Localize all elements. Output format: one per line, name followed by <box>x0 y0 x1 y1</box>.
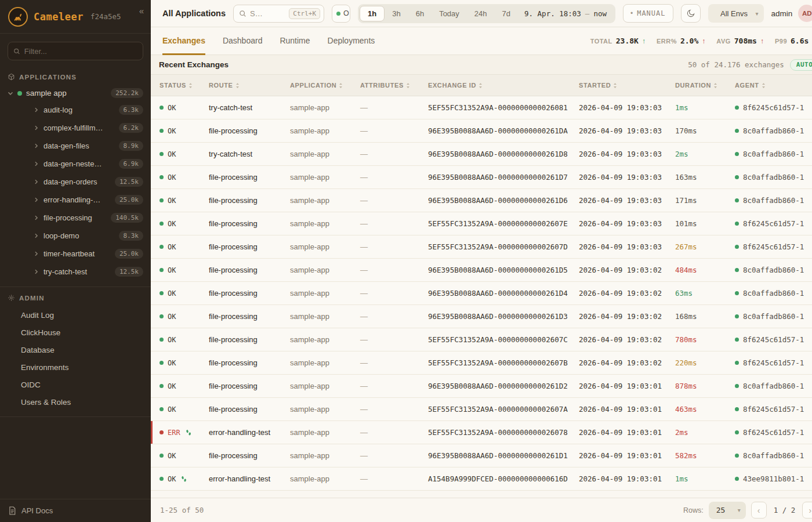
column-header[interactable]: EXCHANGE ID <box>428 82 579 89</box>
table-row[interactable]: OK file-processing sample-app — 96E395B0… <box>151 119 812 143</box>
table-row[interactable]: OK file-processing sample-app — 5EF55FC3… <box>151 351 812 375</box>
chevron-right-icon[interactable] <box>34 233 39 238</box>
sort-icon <box>339 82 343 89</box>
column-header[interactable]: STARTED <box>579 82 675 89</box>
sidebar-route-item[interactable]: loop-demo 8.3k <box>0 227 151 245</box>
global-search[interactable]: S… Ctrl+K <box>233 5 324 23</box>
sidebar-filter[interactable] <box>8 42 143 60</box>
table-row[interactable]: OK error-handling-test sample-app — A154… <box>151 467 812 491</box>
agent-status-dot <box>735 245 739 249</box>
table-row[interactable]: OK file-processing sample-app — 5EF55FC3… <box>151 212 812 235</box>
table-row[interactable]: OK file-processing sample-app — 96E395B0… <box>151 166 812 189</box>
table-row[interactable]: OK file-processing sample-app — 96E395B0… <box>151 259 812 282</box>
admin-menu-item[interactable]: Environments <box>0 358 151 376</box>
time-range-display[interactable]: 9. Apr. 18:03 – now <box>518 9 613 18</box>
sidebar-item-sample-app[interactable]: sample app 252.2k <box>0 85 151 101</box>
application-cell: sample-app <box>290 312 360 321</box>
route-cell: file-processing <box>209 219 290 228</box>
time-range-button[interactable]: 1h <box>360 6 385 21</box>
chevron-right-icon[interactable] <box>34 161 39 166</box>
sidebar-collapse-icon[interactable]: « <box>139 6 144 16</box>
table-row[interactable]: OK file-processing sample-app — 5EF55FC3… <box>151 328 812 351</box>
column-header[interactable]: APPLICATION <box>290 82 360 89</box>
sidebar-route-item[interactable]: audit-log 6.3k <box>0 101 151 119</box>
time-range-button[interactable]: 6h <box>408 6 432 21</box>
table-row[interactable]: OK try-catch-test sample-app — 96E395B00… <box>151 143 812 166</box>
sidebar-route-item[interactable]: data-gen-neste… 6.9k <box>0 155 151 173</box>
avatar[interactable]: AD <box>798 5 812 22</box>
table-row[interactable]: OK file-processing sample-app — 96E395B0… <box>151 375 812 398</box>
filter-input[interactable] <box>24 47 137 56</box>
sidebar-route-item[interactable]: data-gen-files 8.9k <box>0 137 151 155</box>
tab[interactable]: Dashboard <box>223 27 263 55</box>
time-range-button[interactable]: 7d <box>495 6 518 21</box>
attributes-cell: — <box>360 474 428 483</box>
column-header[interactable]: AGENT <box>735 82 812 89</box>
chevron-down-icon[interactable] <box>8 90 13 96</box>
sort-icon <box>235 82 240 89</box>
time-range-button[interactable]: Today <box>432 6 467 21</box>
next-page-button[interactable]: › <box>802 502 812 519</box>
sidebar-route-item[interactable]: file-processing 140.5k <box>0 209 151 227</box>
admin-menu-item[interactable]: ClickHouse <box>0 324 151 341</box>
table-row[interactable]: OK file-processing sample-app — 5EF55FC3… <box>151 398 812 421</box>
time-range-button[interactable]: 24h <box>467 6 495 21</box>
agent-cell: 8c0affadb860-1 <box>735 150 812 158</box>
manual-refresh-button[interactable]: • MANUAL <box>623 4 673 23</box>
status-dot <box>160 129 164 133</box>
sidebar-route-item[interactable]: data-gen-orders 12.5k <box>0 173 151 191</box>
agent-cell: 8c0affadb860-1 <box>735 173 812 182</box>
application-cell: sample-app <box>290 474 360 483</box>
rows-per-page-select[interactable]: 25 ▾ <box>709 502 746 519</box>
attributes-cell: — <box>360 173 428 182</box>
chevron-right-icon[interactable] <box>34 125 39 130</box>
admin-menu-item[interactable]: Database <box>0 341 151 358</box>
status-cell: OK <box>160 150 209 158</box>
environment-select[interactable]: All Envs ▾ <box>708 4 764 23</box>
tab[interactable]: Exchanges <box>162 27 205 55</box>
table-row[interactable]: OK file-processing sample-app — 96E395B0… <box>151 305 812 328</box>
sidebar-route-item[interactable]: error-handling-… 25.0k <box>0 191 151 209</box>
chevron-right-icon[interactable] <box>34 251 39 256</box>
table-row[interactable]: OK file-processing sample-app — 96E395B0… <box>151 444 812 467</box>
chevron-right-icon[interactable] <box>34 179 39 184</box>
table-row[interactable]: OK file-processing sample-app — 96E395B0… <box>151 282 812 305</box>
table-row[interactable]: OK file-processing sample-app — 96E395B0… <box>151 189 812 212</box>
table-row[interactable]: ERR error-handling-test sample-app — 5EF… <box>151 421 812 444</box>
applications-header-label: APPLICATIONS <box>19 74 77 81</box>
tab[interactable]: Runtime <box>280 27 310 55</box>
agent-id-label: 8c0affadb860-1 <box>743 451 804 460</box>
chevron-right-icon[interactable] <box>34 215 39 220</box>
sidebar-route-item[interactable]: timer-heartbeat 25.0k <box>0 245 151 263</box>
tab[interactable]: Deployments <box>328 27 375 55</box>
exchange-id-cell: 96E395B0088AA6D-00000000000261D4 <box>428 289 579 298</box>
chevron-right-icon[interactable] <box>34 197 39 202</box>
column-header[interactable]: STATUS <box>160 82 209 89</box>
live-status-pill[interactable]: O <box>332 5 350 23</box>
chevron-right-icon[interactable] <box>34 143 39 148</box>
theme-toggle-button[interactable] <box>681 4 701 23</box>
api-docs-link[interactable]: API Docs <box>0 499 151 522</box>
table-row[interactable]: OK file-processing sample-app — 5EF55FC3… <box>151 235 812 259</box>
column-header[interactable]: ROUTE <box>209 82 290 89</box>
time-range-button[interactable]: 3h <box>385 6 408 21</box>
chevron-right-icon[interactable] <box>34 269 39 274</box>
prev-page-button[interactable]: ‹ <box>751 502 767 519</box>
admin-menu-item[interactable]: OIDC <box>0 376 151 393</box>
sort-icon <box>713 82 717 89</box>
column-header[interactable]: ATTRIBUTES <box>360 82 428 89</box>
sidebar-route-item[interactable]: try-catch-test 12.5k <box>0 263 151 281</box>
admin-menu-item[interactable]: Users & Roles <box>0 393 151 411</box>
route-cell: file-processing <box>209 242 290 251</box>
status-label: OK <box>168 382 176 390</box>
sidebar-route-item[interactable]: complex-fulfillm… 6.2k <box>0 119 151 137</box>
agent-id-label: 8f6245c61d57-1 <box>743 103 804 112</box>
admin-menu-item[interactable]: Audit Log <box>0 306 151 324</box>
application-cell: sample-app <box>290 266 360 274</box>
auto-refresh-badge[interactable]: AUTO <box>790 59 812 71</box>
column-header[interactable]: DURATION <box>675 82 735 89</box>
route-count-badge: 6.9k <box>119 159 144 169</box>
table-row[interactable]: OK try-catch-test sample-app — 5EF55FC31… <box>151 96 812 119</box>
api-docs-label: API Docs <box>21 506 53 515</box>
chevron-right-icon[interactable] <box>34 107 39 113</box>
